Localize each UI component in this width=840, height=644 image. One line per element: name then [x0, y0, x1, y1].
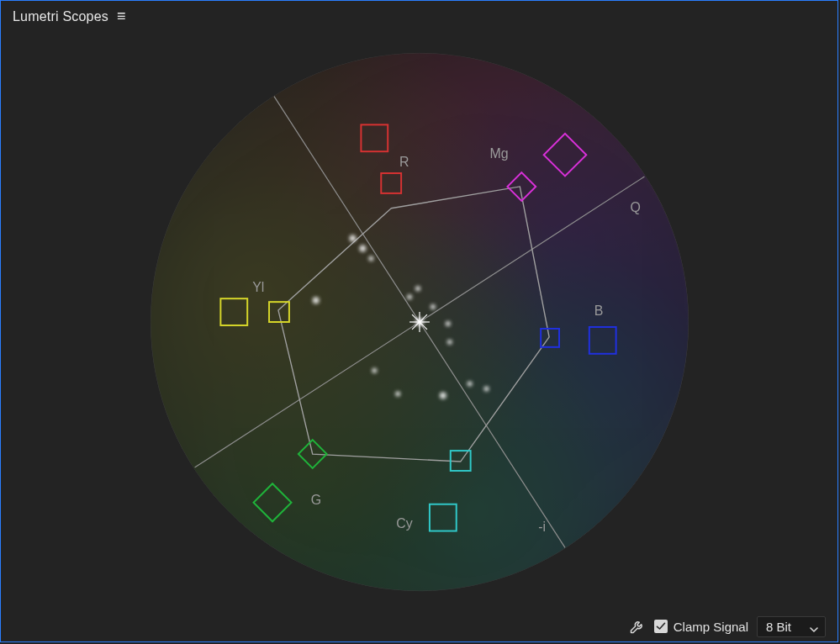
svg-point-17 [349, 235, 356, 242]
panel-title: Lumetri Scopes [13, 9, 108, 24]
svg-point-24 [440, 393, 446, 399]
clamp-signal-checkbox[interactable] [654, 620, 668, 633]
svg-point-22 [446, 321, 451, 326]
label-b: B [594, 304, 604, 318]
chevron-down-icon [810, 622, 818, 631]
panel-titlebar: Lumetri Scopes ≡ [1, 1, 837, 33]
label-q: Q [631, 200, 641, 214]
lumetri-scopes-panel: Lumetri Scopes ≡ [0, 0, 838, 642]
label-cy: Cy [396, 516, 412, 531]
svg-point-18 [368, 256, 373, 261]
settings-wrench-icon[interactable] [629, 618, 646, 635]
svg-point-20 [407, 294, 412, 299]
bit-depth-dropdown[interactable]: 8 Bit [757, 616, 826, 637]
vectorscope-svg: R Mg B Cy G Yl [1, 33, 837, 611]
svg-point-15 [415, 318, 424, 326]
panel-footer: Clamp Signal 8 Bit [1, 611, 837, 641]
clamp-signal-toggle[interactable]: Clamp Signal [654, 620, 748, 634]
clamp-signal-label: Clamp Signal [674, 620, 748, 634]
label-r: R [399, 155, 409, 169]
svg-point-19 [313, 297, 320, 304]
svg-point-28 [372, 368, 377, 373]
svg-point-27 [484, 387, 489, 392]
svg-point-21 [431, 304, 436, 309]
svg-point-25 [395, 392, 400, 397]
label-g: G [311, 493, 321, 507]
vectorscope-center [409, 312, 430, 332]
label-yl: Yl [252, 280, 264, 294]
label-minus-i: -i [538, 520, 546, 534]
svg-point-26 [468, 382, 473, 387]
bit-depth-value: 8 Bit [766, 620, 791, 634]
vectorscope-display[interactable]: R Mg B Cy G Yl [1, 33, 837, 611]
label-mg: Mg [490, 146, 509, 161]
svg-point-16 [359, 245, 366, 252]
svg-point-23 [447, 340, 452, 345]
svg-point-29 [415, 286, 420, 291]
panel-menu-icon[interactable]: ≡ [117, 8, 126, 24]
